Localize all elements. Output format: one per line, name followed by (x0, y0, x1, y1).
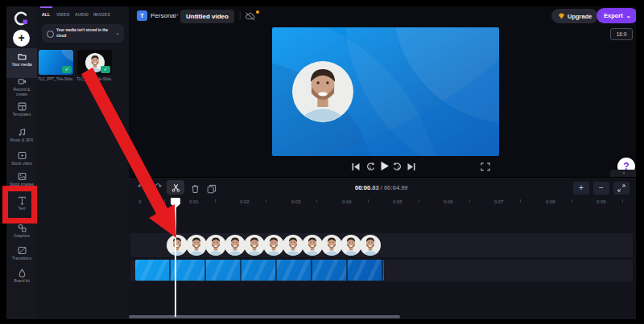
sync-alert-dot (256, 10, 259, 14)
current-time: 00:00 (355, 184, 370, 191)
app-window: + Your media Record & create Templates M… (6, 6, 636, 319)
clip-frame (263, 235, 284, 256)
active-tab-indicator (40, 6, 52, 8)
timeline-clip-slide[interactable] (135, 260, 384, 281)
timeline-clip-presenter[interactable] (167, 233, 384, 257)
sidebar-item-brand-kit[interactable]: Brand kit (6, 269, 37, 289)
breadcrumb-workspace[interactable]: Personal (151, 12, 176, 19)
banner-text: Your media isn't stored in the cloud (56, 28, 116, 39)
ruler-tick (419, 199, 419, 203)
aspect-ratio-badge[interactable]: 16:9 (610, 28, 633, 40)
media-item-name: TLC_PPT_Title-Slide... (38, 77, 74, 81)
sidebar-item-templates[interactable]: Templates (6, 102, 37, 123)
svg-text:1: 1 (397, 166, 399, 170)
chevron-down-icon: ⌄ (115, 30, 120, 36)
annotation-highlight-box (2, 186, 37, 224)
music-icon (18, 128, 27, 137)
clip-frame (302, 235, 323, 256)
added-check-badge: ✓ (101, 66, 110, 73)
clip-frame (321, 235, 342, 256)
ruler-label: 0:02 (240, 199, 250, 204)
ruler-tick (164, 199, 165, 203)
video-preview[interactable] (272, 27, 499, 156)
zoom-out-button[interactable]: − (593, 182, 609, 195)
project-title-input[interactable]: Untitled video (180, 10, 234, 23)
presenter-avatar (292, 61, 353, 122)
clip-frame (283, 235, 303, 256)
tab-audio[interactable]: AUDIO (75, 12, 89, 17)
info-circle-icon (47, 31, 54, 38)
skip-forward-button[interactable] (407, 162, 416, 171)
zoom-in-button[interactable]: + (573, 182, 589, 195)
timeline-collapse-tab[interactable]: ⌄ (610, 170, 636, 177)
sidebar-item-stock-video[interactable]: Stock video (6, 151, 37, 172)
nav-rail: + Your media Record & create Templates M… (6, 6, 37, 319)
ruler-tick (215, 199, 216, 203)
ruler-label: 0:03 (291, 199, 301, 204)
timeline-panel: ↶ ↷ (129, 177, 636, 319)
transitions-icon (18, 246, 27, 255)
sidebar-item-graphics[interactable]: Graphics (6, 224, 37, 244)
sidebar-item-transitions[interactable]: Transitions (6, 246, 37, 267)
ruler-label: 0:08 (546, 199, 555, 204)
workspace-avatar[interactable]: T (137, 10, 147, 21)
added-check-badge: ✓ (62, 66, 72, 73)
diamond-icon (558, 13, 565, 19)
media-item-name: TLC_PPT_Title-Slide... (76, 77, 113, 81)
fullscreen-button[interactable] (481, 162, 490, 171)
export-button[interactable]: Export ⌄ (597, 8, 636, 23)
sidebar-item-record-create[interactable]: Record & create (6, 77, 37, 101)
tab-images[interactable]: IMAGES (93, 12, 110, 17)
media-item-presenter[interactable]: ✓ (77, 50, 112, 75)
sidebar-item-label: Record & create (8, 88, 35, 97)
skip-back-button[interactable] (351, 162, 361, 171)
svg-text:1: 1 (369, 166, 372, 170)
media-item-slide[interactable]: ✓ (39, 50, 73, 75)
fit-to-screen-icon (617, 184, 625, 192)
camera-icon (18, 77, 27, 86)
clip-frame (360, 235, 381, 256)
delete-button[interactable] (191, 183, 200, 197)
sidebar-item-label: Transitions (8, 256, 35, 261)
ruler-tick (622, 199, 623, 203)
ruler-label: 0 (138, 199, 141, 204)
duplicate-button[interactable] (207, 183, 217, 197)
tab-all[interactable]: ALL (42, 12, 50, 17)
upgrade-button[interactable]: Upgrade (551, 9, 598, 23)
sidebar-item-music-sfx[interactable]: Music & SFX (6, 128, 37, 149)
breadcrumb-separator: › (176, 11, 179, 18)
sidebar-item-label: Your media (8, 63, 35, 68)
timeline-scrollbar[interactable] (129, 315, 400, 318)
add-media-button[interactable]: + (13, 30, 30, 47)
clip-frame (341, 235, 361, 256)
sidebar-item-label: Templates (8, 113, 35, 117)
ruler-tick (520, 199, 521, 203)
chevron-down-icon: ⌄ (610, 170, 636, 174)
redo-button[interactable]: ↷ (153, 182, 164, 191)
current-time-fraction: .83 (370, 184, 378, 191)
undo-button[interactable]: ↶ (135, 182, 147, 191)
playhead-handle[interactable] (171, 198, 180, 208)
stock-video-icon (18, 151, 27, 160)
ruler-tick (368, 199, 369, 203)
split-button[interactable] (167, 180, 184, 195)
tab-video[interactable]: VIDEO (56, 12, 70, 17)
clip-frame (225, 235, 246, 256)
folder-icon (18, 52, 27, 61)
play-button[interactable] (379, 161, 390, 171)
sidebar-item-label: Stock video (8, 162, 35, 166)
ruler-tick (469, 199, 470, 203)
templates-icon (18, 102, 27, 111)
trash-icon (191, 184, 200, 194)
clip-frame (167, 235, 188, 256)
stock-images-icon (18, 172, 27, 181)
jump-back-1s-button[interactable]: 1 (365, 162, 375, 171)
ruler-label: 0:07 (494, 199, 504, 204)
chevron-down-icon: ⌄ (626, 13, 631, 19)
sidebar-item-your-media[interactable]: Your media (6, 48, 37, 78)
jump-forward-1s-button[interactable]: 1 (393, 162, 402, 171)
cloud-off-icon[interactable] (245, 12, 256, 21)
cloud-storage-banner[interactable]: Your media isn't stored in the cloud ⌄ (42, 24, 124, 43)
zoom-fit-button[interactable] (613, 182, 630, 195)
clipchamp-logo-icon[interactable] (12, 9, 31, 28)
